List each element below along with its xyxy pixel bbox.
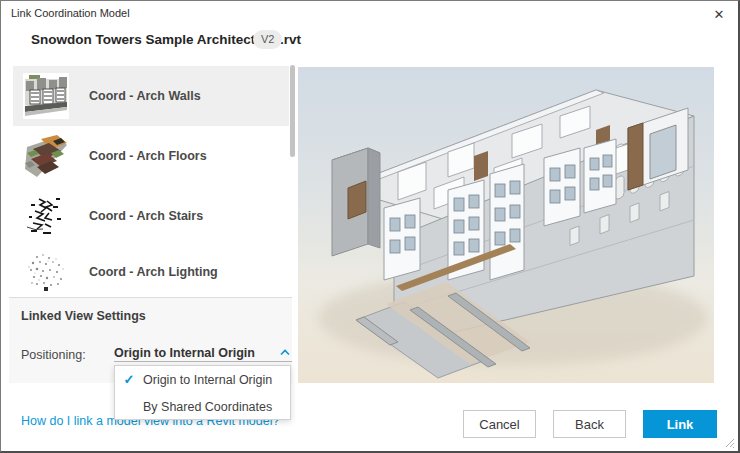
list-item-label: Coord - Arch Floors xyxy=(89,149,207,163)
arch-walls-thumbnail xyxy=(23,73,69,119)
cancel-button[interactable]: Cancel xyxy=(463,410,536,438)
arch-floors-thumbnail xyxy=(23,133,69,179)
list-item-arch-floors[interactable]: Coord - Arch Floors xyxy=(13,126,289,186)
positioning-value: Origin to Internal Origin xyxy=(114,346,255,360)
resize-grip-icon[interactable] xyxy=(725,438,735,448)
settings-heading: Linked View Settings xyxy=(21,309,146,323)
menu-option-by-shared-coordinates[interactable]: By Shared Coordinates xyxy=(115,393,290,420)
list-item-label: Coord - Arch Walls xyxy=(89,89,201,103)
menu-option-origin-to-internal-origin[interactable]: ✓ Origin to Internal Origin xyxy=(115,366,290,393)
positioning-dropdown-menu: ✓ Origin to Internal Origin By Shared Co… xyxy=(114,365,291,420)
arch-stairs-thumbnail xyxy=(23,193,69,239)
close-icon[interactable]: ✕ xyxy=(710,6,728,24)
chevron-up-icon xyxy=(280,349,290,356)
back-button[interactable]: Back xyxy=(553,410,626,438)
list-item-arch-walls[interactable]: Coord - Arch Walls xyxy=(13,66,289,126)
list-item-arch-stairs[interactable]: Coord - Arch Stairs xyxy=(13,186,289,246)
list-item-arch-lighting[interactable]: Coord - Arch Lighting xyxy=(13,246,289,297)
arch-lighting-thumbnail xyxy=(23,249,69,295)
link-coordination-model-dialog: Link Coordination Model ✕ Snowdon Towers… xyxy=(0,0,740,453)
positioning-select[interactable]: Origin to Internal Origin xyxy=(114,340,292,362)
check-icon: ✓ xyxy=(115,372,143,387)
model-preview xyxy=(298,67,714,383)
list-item-label: Coord - Arch Lighting xyxy=(89,265,218,279)
list-item-label: Coord - Arch Stairs xyxy=(89,209,203,223)
version-badge: V2 xyxy=(253,30,282,49)
dialog-title: Link Coordination Model xyxy=(11,7,130,19)
link-button[interactable]: Link xyxy=(643,410,717,438)
model-preview-image xyxy=(298,67,714,383)
positioning-label: Positioning: xyxy=(21,348,86,362)
list-scrollbar[interactable] xyxy=(290,65,295,157)
